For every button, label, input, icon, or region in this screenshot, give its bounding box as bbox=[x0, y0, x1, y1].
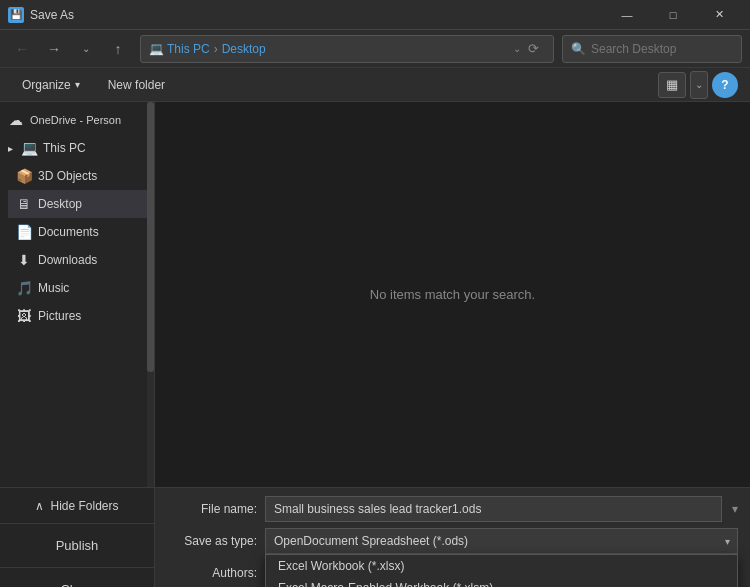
toolbar: Organize ▾ New folder ▦ ⌄ ? bbox=[0, 68, 750, 102]
close-button[interactable]: ✕ bbox=[696, 0, 742, 30]
empty-message: No items match your search. bbox=[370, 287, 535, 302]
savetype-label: Save as type: bbox=[167, 534, 257, 548]
breadcrumb-desktop: Desktop bbox=[222, 42, 266, 56]
type-dropdown: Excel Workbook (*.xlsx) Excel Macro-Enab… bbox=[265, 554, 738, 587]
address-dropdown-arrow[interactable]: ⌄ bbox=[513, 43, 521, 54]
minimize-button[interactable]: — bbox=[604, 0, 650, 30]
pictures-icon: 🖼 bbox=[16, 308, 32, 324]
hide-folders-button[interactable]: ∧ Hide Folders bbox=[0, 488, 154, 524]
downloads-icon: ⬇ bbox=[16, 252, 32, 268]
nav-bar: ← → ⌄ ↑ 💻 This PC › Desktop ⌄ ⟳ 🔍 bbox=[0, 30, 750, 68]
thispc-expand-icon: ▸ bbox=[8, 143, 13, 154]
breadcrumb-sep: › bbox=[214, 42, 218, 56]
left-actions: ∧ Hide Folders Publish Close bbox=[0, 488, 155, 587]
sidebar-item-3dobjects[interactable]: 📦 3D Objects bbox=[8, 162, 154, 190]
authors-label: Authors: bbox=[167, 566, 257, 580]
up-button[interactable]: ↑ bbox=[104, 35, 132, 63]
breadcrumb: 💻 This PC › Desktop bbox=[149, 42, 509, 56]
filename-label: File name: bbox=[167, 502, 257, 516]
thispc-icon: 💻 bbox=[149, 42, 164, 56]
view-icon: ▦ bbox=[666, 77, 678, 92]
bottom-section: ∧ Hide Folders Publish Close File name: … bbox=[0, 487, 750, 587]
title-bar: 💾 Save As — □ ✕ bbox=[0, 0, 750, 30]
sidebar-item-downloads[interactable]: ⬇ Downloads bbox=[8, 246, 154, 274]
filename-input[interactable] bbox=[265, 496, 722, 522]
savetype-select-wrapper: OpenDocument Spreadsheet (*.ods) ▾ Excel… bbox=[265, 528, 738, 554]
organize-arrow-icon: ▾ bbox=[75, 79, 80, 90]
right-form: File name: ▾ Save as type: OpenDocument … bbox=[155, 488, 750, 587]
sidebar-item-desktop[interactable]: 🖥 Desktop bbox=[8, 190, 154, 218]
sidebar-item-documents[interactable]: 📄 Documents bbox=[8, 218, 154, 246]
documents-icon: 📄 bbox=[16, 224, 32, 240]
main-area: ☁ OneDrive - Person ▸ 💻 This PC 📦 3D Obj… bbox=[0, 102, 750, 487]
nav-dropdown-button[interactable]: ⌄ bbox=[72, 35, 100, 63]
refresh-button[interactable]: ⟳ bbox=[521, 37, 545, 61]
view-button[interactable]: ▦ bbox=[658, 72, 686, 98]
sidebar-item-thispc[interactable]: ▸ 💻 This PC bbox=[0, 134, 154, 162]
dropdown-item-xlsm[interactable]: Excel Macro-Enabled Workbook (*.xlsm) bbox=[266, 577, 737, 587]
content-area: No items match your search. bbox=[155, 102, 750, 487]
publish-button[interactable]: Publish bbox=[0, 524, 154, 568]
3dobjects-icon: 📦 bbox=[16, 168, 32, 184]
search-bar[interactable]: 🔍 bbox=[562, 35, 742, 63]
search-input[interactable] bbox=[591, 42, 741, 56]
music-icon: 🎵 bbox=[16, 280, 32, 296]
app-icon: 💾 bbox=[8, 7, 24, 23]
maximize-button[interactable]: □ bbox=[650, 0, 696, 30]
savetype-row: Save as type: OpenDocument Spreadsheet (… bbox=[167, 528, 738, 554]
window-title: Save As bbox=[30, 8, 604, 22]
view-dropdown-button[interactable]: ⌄ bbox=[690, 71, 708, 99]
dropdown-item-xlsx[interactable]: Excel Workbook (*.xlsx) bbox=[266, 555, 737, 577]
address-bar[interactable]: 💻 This PC › Desktop ⌄ ⟳ bbox=[140, 35, 554, 63]
window-controls: — □ ✕ bbox=[604, 0, 742, 30]
forward-button[interactable]: → bbox=[40, 35, 68, 63]
hide-folders-arrow-icon: ∧ bbox=[35, 499, 44, 513]
sidebar: ☁ OneDrive - Person ▸ 💻 This PC 📦 3D Obj… bbox=[0, 102, 155, 487]
savetype-select[interactable]: OpenDocument Spreadsheet (*.ods) bbox=[265, 528, 738, 554]
sidebar-scrollbar[interactable] bbox=[147, 102, 154, 487]
organize-button[interactable]: Organize ▾ bbox=[12, 72, 90, 98]
new-folder-button[interactable]: New folder bbox=[98, 72, 175, 98]
close-action-button[interactable]: Close bbox=[0, 568, 154, 587]
desktop-icon: 🖥 bbox=[16, 196, 32, 212]
help-button[interactable]: ? bbox=[712, 72, 738, 98]
sidebar-item-music[interactable]: 🎵 Music bbox=[8, 274, 154, 302]
toolbar-right: ▦ ⌄ ? bbox=[658, 71, 738, 99]
thispc-icon: 💻 bbox=[21, 140, 37, 156]
filename-dropdown-arrow: ▾ bbox=[732, 502, 738, 516]
filename-row: File name: ▾ bbox=[167, 496, 738, 522]
sidebar-item-pictures[interactable]: 🖼 Pictures bbox=[8, 302, 154, 330]
sidebar-scroll-thumb bbox=[147, 102, 154, 372]
back-button[interactable]: ← bbox=[8, 35, 36, 63]
breadcrumb-thispc: 💻 This PC bbox=[149, 42, 210, 56]
onedrive-icon: ☁ bbox=[8, 112, 24, 128]
search-icon: 🔍 bbox=[571, 42, 586, 56]
sidebar-item-onedrive[interactable]: ☁ OneDrive - Person bbox=[0, 106, 154, 134]
sidebar-children: 📦 3D Objects 🖥 Desktop 📄 Documents ⬇ Dow… bbox=[0, 162, 154, 330]
